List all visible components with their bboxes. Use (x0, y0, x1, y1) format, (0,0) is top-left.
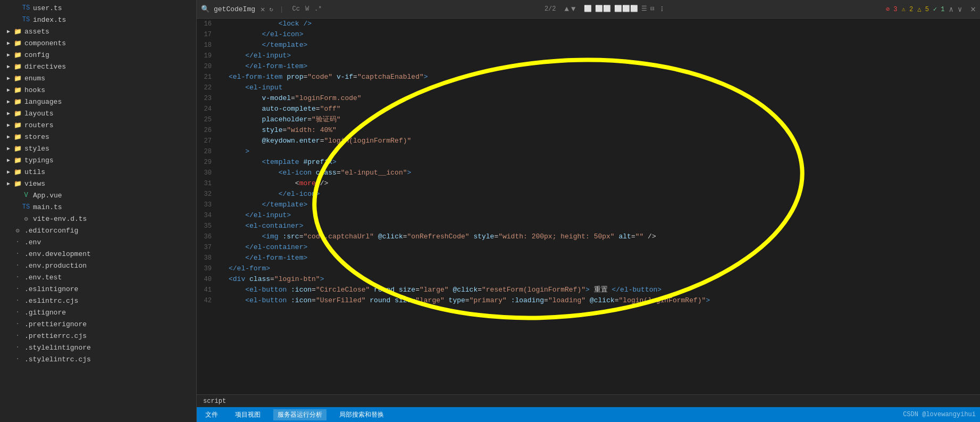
sidebar-item-hooks[interactable]: ▶ 📁 hooks (0, 84, 196, 96)
line-content-24: auto-complete="off" (227, 104, 980, 114)
code-line-37: 37 </el-container> (197, 242, 980, 253)
line-number-24: 24 (197, 104, 218, 114)
view-options: ⬜ ⬜⬜ ⬜⬜⬜ ☰ ⊟ ⫶ (584, 5, 663, 13)
sidebar-item-config[interactable]: ▶ 📁 config (0, 49, 196, 61)
line-content-20: </el-form-item> (227, 61, 980, 72)
sidebar-item-utils[interactable]: ▶ 📁 utils (0, 166, 196, 178)
sidebar-item-editorconfig[interactable]: ⚙ .editorconfig (0, 225, 196, 236)
sidebar-item-stylelintignore[interactable]: · .stylelintignore (0, 342, 196, 353)
line-content-41: <el-button :icon="CircleClose" round siz… (227, 285, 980, 295)
sidebar-item-eslintrc[interactable]: · .eslintrc.cjs (0, 295, 196, 307)
prev-error-button[interactable]: ∧ (949, 5, 953, 14)
warning-count-badge: ⚠ 2 (902, 5, 914, 13)
arrow-spacer (4, 343, 13, 352)
layout-icon-2[interactable]: ⊟ (650, 5, 654, 13)
whole-word-option[interactable]: W (305, 5, 309, 13)
code-line-30: 30 <el-icon class="el-input__icon"> (197, 168, 980, 178)
sidebar-item-env[interactable]: · .env (0, 236, 196, 248)
sidebar-item-prettierignore[interactable]: · .prettierignore (0, 318, 196, 330)
code-line-35: 35 <el-container> (197, 221, 980, 231)
sidebar-label-eslintrc: .eslintrc.cjs (24, 297, 78, 305)
sidebar-item-routers[interactable]: ▶ 📁 routers (0, 119, 196, 131)
line-number-22: 22 (197, 82, 218, 93)
sidebar-item-index-ts[interactable]: TS index.ts (0, 14, 196, 26)
ok-count-badge: ✓ 1 (933, 5, 945, 13)
sidebar-item-app-vue[interactable]: V App.vue (0, 189, 196, 201)
folder-icon: 📁 (13, 132, 22, 142)
sidebar-item-directives[interactable]: ▶ 📁 directives (0, 61, 196, 72)
code-line-36: 36 <img :src="code.captchaUrl" @click="o… (197, 231, 980, 242)
sidebar-item-enums[interactable]: ▶ 📁 enums (0, 72, 196, 84)
next-error-button[interactable]: ∨ (958, 5, 962, 14)
sidebar-label-layouts: layouts (24, 110, 54, 118)
arrow-spacer (4, 273, 13, 282)
sidebar-item-typings[interactable]: ▶ 📁 typings (0, 154, 196, 166)
regex-option[interactable]: .* (314, 5, 322, 13)
arrow-icon: ▶ (4, 51, 13, 59)
line-number-29: 29 (197, 157, 218, 168)
refresh-button[interactable]: ↻ (269, 5, 273, 13)
dot-file-icon: · (13, 331, 22, 341)
single-view-icon[interactable]: ⬜ (584, 5, 592, 13)
sidebar-item-user-ts[interactable]: TS user.ts (0, 2, 196, 14)
sidebar-label-components: components (24, 39, 66, 47)
folder-icon: 📁 (13, 144, 22, 153)
code-line-22: 22 <el-input (197, 82, 980, 93)
separator: | (280, 5, 284, 13)
line-number-32: 32 (197, 189, 218, 200)
sidebar-item-components[interactable]: ▶ 📁 components (0, 37, 196, 49)
arrow-icon: ▶ (4, 156, 13, 164)
bottom-tab-file[interactable]: 文件 (201, 409, 222, 420)
arrow-spacer (4, 250, 13, 258)
prev-match-button[interactable]: ▲ (565, 5, 569, 13)
arrow-spacer (4, 226, 13, 235)
arrow-icon: ▶ (4, 86, 13, 94)
close-panel-button[interactable]: ✕ (970, 4, 976, 14)
match-count: 2/2 (545, 5, 556, 13)
dot-file-icon: · (13, 249, 22, 259)
bottom-tab-search[interactable]: 局部搜索和替换 (335, 409, 388, 420)
folder-icon: 📁 (13, 27, 22, 36)
folder-icon: 📁 (13, 50, 22, 60)
arrow-icon: ▶ (4, 144, 13, 153)
close-search-button[interactable]: ✕ (261, 5, 265, 14)
sidebar-item-stores[interactable]: ▶ 📁 stores (0, 131, 196, 143)
sidebar-item-views[interactable]: ▶ 📁 views (0, 178, 196, 189)
sidebar-item-env-test[interactable]: · .env.test (0, 271, 196, 283)
sidebar-item-layouts[interactable]: ▶ 📁 layouts (0, 107, 196, 119)
layout-icon[interactable]: ☰ (641, 5, 647, 13)
bottom-tab-project[interactable]: 项目视图 (231, 409, 265, 420)
line-content-23: v-model="loginForm.code" (227, 93, 980, 104)
script-tab[interactable]: script (203, 398, 226, 405)
filter-icon[interactable]: ⫶ (660, 5, 664, 13)
sidebar-item-main-ts[interactable]: TS main.ts (0, 201, 196, 213)
line-content-31: <more /> (227, 178, 980, 189)
line-content-39: </el-form> (227, 263, 980, 274)
sidebar-item-assets[interactable]: ▶ 📁 assets (0, 26, 196, 37)
sidebar-item-prettierrc[interactable]: · .prettierrc.cjs (0, 330, 196, 342)
sidebar-item-gitignore[interactable]: · .gitignore (0, 307, 196, 318)
triple-view-icon[interactable]: ⬜⬜⬜ (614, 5, 638, 13)
case-sensitive-option[interactable]: Cc (292, 5, 300, 13)
line-number-41: 41 (197, 285, 218, 295)
sidebar-item-vite-env[interactable]: ⚙ vite-env.d.ts (0, 213, 196, 225)
code-line-34: 34 </el-input> (197, 210, 980, 221)
bottom-tab-server[interactable]: 服务器运行分析 (273, 409, 326, 420)
sidebar-item-env-prod[interactable]: · .env.production (0, 260, 196, 271)
sidebar-item-eslintignore[interactable]: · .eslintignore (0, 283, 196, 295)
editor-main: 🔍 getCodeImg ✕ ↻ | Cc W .* 2/2 ▲ ▼ ⬜ ⬜⬜ … (197, 0, 980, 422)
line-number-36: 36 (197, 231, 218, 242)
sidebar-item-languages[interactable]: ▶ 📁 languages (0, 96, 196, 107)
search-bar: 🔍 getCodeImg ✕ ↻ | Cc W .* 2/2 ▲ ▼ ⬜ ⬜⬜ … (197, 0, 980, 19)
split-view-icon[interactable]: ⬜⬜ (595, 5, 611, 13)
code-editor[interactable]: 16 <lock /> 17 </el-icon> 18 </template>… (197, 19, 980, 394)
sidebar-item-env-dev[interactable]: · .env.development (0, 248, 196, 260)
next-match-button[interactable]: ▼ (571, 5, 575, 13)
arrow-spacer (4, 238, 13, 246)
code-line-18: 18 </template> (197, 40, 980, 51)
sidebar-item-styles[interactable]: ▶ 📁 styles (0, 143, 196, 154)
folder-icon: 📁 (13, 85, 22, 95)
sidebar-item-stylelintrc[interactable]: · .stylelintrc.cjs (0, 353, 196, 365)
code-line-42: 42 <el-button :icon="UserFilled" round s… (197, 295, 980, 306)
line-content-22: <el-input (227, 82, 980, 93)
